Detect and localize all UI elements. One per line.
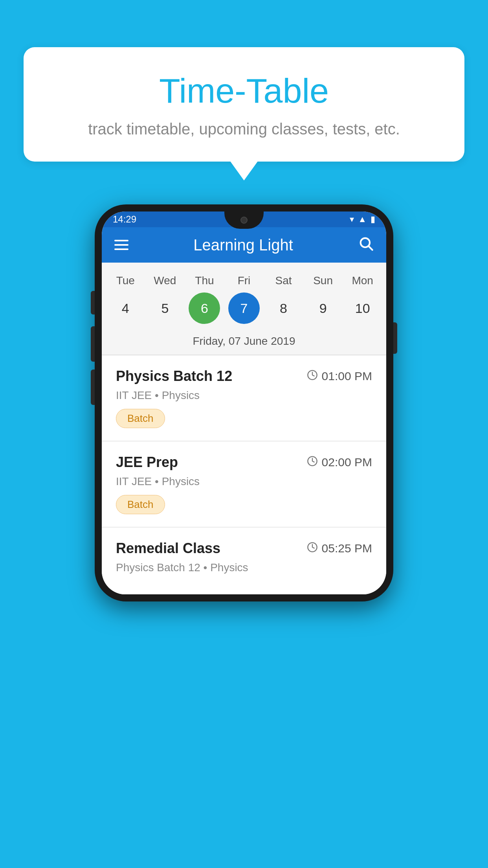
clock-icon-2 <box>307 456 318 469</box>
schedule-item-1[interactable]: Physics Batch 12 01:00 PM IIT JEE • P <box>102 355 386 441</box>
schedule-item-3[interactable]: Remedial Class 05:25 PM Physics Batch <box>102 528 386 594</box>
day-fri: Fri <box>228 274 260 287</box>
menu-button[interactable] <box>114 240 128 250</box>
schedule-list: Physics Batch 12 01:00 PM IIT JEE • P <box>102 355 386 594</box>
item-2-time: 02:00 PM <box>307 456 372 469</box>
bubble-title: Time-Table <box>55 71 433 111</box>
calendar-strip: Tue Wed Thu Fri Sat Sun Mon 4 5 6 7 8 9 … <box>102 263 386 355</box>
day-thu: Thu <box>189 274 220 287</box>
schedule-item-2[interactable]: JEE Prep 02:00 PM IIT JEE • Physics <box>102 441 386 528</box>
dates-row: 4 5 6 7 8 9 10 <box>102 289 386 332</box>
item-2-batch-tag: Batch <box>116 495 165 514</box>
bubble-subtitle: track timetable, upcoming classes, tests… <box>55 120 433 138</box>
item-2-title: JEE Prep <box>116 454 178 471</box>
date-7-selected[interactable]: 7 <box>228 292 260 324</box>
item-1-header: Physics Batch 12 01:00 PM <box>116 368 372 384</box>
front-camera <box>240 217 248 224</box>
item-3-time-text: 05:25 PM <box>322 542 372 555</box>
day-tue: Tue <box>110 274 141 287</box>
item-1-time-text: 01:00 PM <box>322 370 372 383</box>
days-header: Tue Wed Thu Fri Sat Sun Mon <box>102 270 386 289</box>
item-3-title: Remedial Class <box>116 540 220 557</box>
date-10[interactable]: 10 <box>347 292 378 324</box>
speech-bubble-container: Time-Table track timetable, upcoming cla… <box>24 47 464 162</box>
phone-container: 14:29 ▾ ▲ ▮ Learning Light <box>95 204 393 601</box>
day-mon: Mon <box>347 274 378 287</box>
clock-icon-1 <box>307 370 318 383</box>
mute-button <box>91 291 95 314</box>
svg-line-1 <box>369 246 372 250</box>
item-1-title: Physics Batch 12 <box>116 368 232 384</box>
search-button[interactable] <box>358 235 374 255</box>
status-time: 14:29 <box>113 214 136 225</box>
speech-bubble: Time-Table track timetable, upcoming cla… <box>24 47 464 162</box>
item-3-time: 05:25 PM <box>307 542 372 555</box>
battery-icon: ▮ <box>371 214 375 224</box>
volume-up-button <box>91 326 95 362</box>
day-wed: Wed <box>149 274 181 287</box>
date-4[interactable]: 4 <box>110 292 141 324</box>
item-2-meta: IIT JEE • Physics <box>116 475 372 488</box>
day-sat: Sat <box>268 274 299 287</box>
date-5[interactable]: 5 <box>149 292 181 324</box>
clock-icon-3 <box>307 542 318 555</box>
app-header: Learning Light <box>102 227 386 263</box>
app-title: Learning Light <box>193 236 293 254</box>
signal-icon: ▲ <box>358 214 367 224</box>
wifi-icon: ▾ <box>350 214 354 224</box>
volume-down-button <box>91 370 95 405</box>
date-9[interactable]: 9 <box>307 292 339 324</box>
date-8[interactable]: 8 <box>268 292 299 324</box>
phone-frame: 14:29 ▾ ▲ ▮ Learning Light <box>95 204 393 601</box>
item-1-meta: IIT JEE • Physics <box>116 389 372 402</box>
item-3-header: Remedial Class 05:25 PM <box>116 540 372 557</box>
item-1-batch-tag: Batch <box>116 409 165 428</box>
item-2-header: JEE Prep 02:00 PM <box>116 454 372 471</box>
phone-screen: 14:29 ▾ ▲ ▮ Learning Light <box>102 211 386 594</box>
date-6-today[interactable]: 6 <box>189 292 220 324</box>
item-2-time-text: 02:00 PM <box>322 456 372 469</box>
item-3-meta: Physics Batch 12 • Physics <box>116 561 372 574</box>
power-button <box>393 322 397 354</box>
day-sun: Sun <box>307 274 339 287</box>
status-icons: ▾ ▲ ▮ <box>350 214 375 224</box>
selected-date-label: Friday, 07 June 2019 <box>102 332 386 355</box>
item-1-time: 01:00 PM <box>307 370 372 383</box>
